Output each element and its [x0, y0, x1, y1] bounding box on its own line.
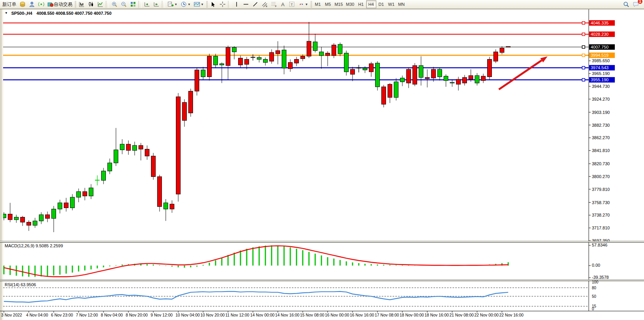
candle [201, 70, 205, 77]
toolbar-grip[interactable] [206, 1, 208, 7]
arrows-tool-button[interactable]: ▼ [297, 0, 310, 8]
rsi-pane[interactable]: RSI(14) 63.95061008050150 [3, 280, 598, 311]
zoom-in-button[interactable] [110, 0, 119, 8]
timeframe-h4[interactable]: H4 [366, 0, 376, 8]
price-badge-label: 4046.335 [591, 21, 609, 25]
new-order-button[interactable]: 新订单 [1, 0, 18, 8]
price-badge-label: 4007.750 [591, 45, 609, 49]
chart-canvas[interactable]: 3985.6503965.1903944.7303924.2703903.190… [0, 9, 644, 320]
zoom-out-icon [121, 1, 127, 7]
crosshair-tool-button[interactable] [218, 0, 227, 8]
price-tick-label: 3882.730 [592, 123, 610, 128]
search-button[interactable] [621, 0, 631, 8]
price-tick-label: 3779.810 [592, 187, 610, 192]
cursor-tool-button[interactable] [209, 0, 218, 8]
timeframe-m1[interactable]: M1 [313, 0, 323, 8]
period-button[interactable]: ▼ [179, 0, 192, 8]
line-marker[interactable] [582, 54, 585, 57]
candle [39, 215, 44, 221]
time-axis-label: 4 Nov 04:00 [26, 313, 48, 317]
rsi-axis-label: 50 [592, 294, 597, 299]
rsi-axis-label: 100 [592, 280, 598, 284]
time-axis-label: 17 Nov 08:00 [375, 313, 399, 317]
candle [400, 78, 405, 82]
signals-icon[interactable] [37, 0, 46, 8]
auto-trading-button[interactable]: 自动交易 [46, 0, 74, 8]
candle-chart-button[interactable] [86, 0, 96, 8]
timeframe-m5[interactable]: M5 [323, 0, 333, 8]
candle [475, 75, 479, 83]
chevron-down-icon[interactable]: ▼ [5, 11, 8, 15]
tile-windows-button[interactable] [128, 0, 138, 8]
trend-arrow[interactable] [499, 60, 542, 89]
candle [120, 144, 125, 150]
line-marker[interactable] [582, 66, 585, 69]
candle [270, 52, 274, 61]
chart-window[interactable]: ▼ SP500-,H4 4008.550 4008.550 4007.750 4… [0, 9, 644, 320]
candle [83, 192, 87, 196]
hline-tool-button[interactable] [241, 0, 251, 8]
auto-scroll-button[interactable] [152, 0, 161, 8]
vertical-line-icon [233, 1, 240, 7]
candle [506, 47, 511, 47]
toolbar-grip[interactable] [75, 1, 76, 7]
candle [114, 150, 118, 163]
price-tick-label: 3985.650 [592, 58, 610, 63]
fibonacci-tool-button[interactable]: F [269, 0, 279, 8]
bar-chart-icon [79, 1, 85, 7]
vline-tool-button[interactable] [232, 0, 241, 8]
time-axis-label: 16 Nov 00:00 [325, 313, 349, 317]
chevron-down-icon: ▼ [188, 3, 191, 6]
notifications-button[interactable]: 1 [631, 0, 641, 8]
template-button[interactable]: ▼ [192, 0, 205, 8]
price-tick-label: 3944.730 [592, 84, 610, 89]
candle [58, 203, 62, 209]
line-chart-button[interactable] [96, 0, 105, 8]
candle [500, 48, 504, 52]
symbol-period-label: SP500-,H4 [11, 11, 32, 16]
candle [419, 66, 423, 77]
candle [195, 70, 199, 91]
add-indicator-button[interactable]: ▼ [166, 0, 179, 8]
channel-tool-button[interactable]: E [260, 0, 269, 8]
line-marker[interactable] [582, 45, 585, 48]
chevron-down-icon: ▼ [305, 3, 308, 6]
rsi-axis-label: 0 [592, 307, 594, 311]
line-marker[interactable] [582, 22, 585, 24]
fibonacci-icon: F [271, 1, 277, 7]
price-tick-label: 3820.730 [592, 161, 610, 166]
chart-shift-button[interactable] [142, 0, 152, 8]
price-tick-label: 3758.730 [592, 200, 610, 205]
plot-area [2, 22, 589, 233]
timeframe-mn[interactable]: MN [397, 0, 407, 8]
accounts-icon[interactable] [27, 0, 37, 8]
candle [394, 82, 398, 97]
history-center-icon[interactable] [18, 0, 27, 8]
equidistant-channel-icon: E [261, 1, 268, 7]
chart-shift-icon [144, 1, 150, 7]
line-marker[interactable] [582, 79, 585, 81]
trendline-tool-button[interactable] [251, 0, 260, 8]
timeframe-m15[interactable]: M15 [333, 0, 344, 8]
candle [70, 197, 75, 208]
user-icon [29, 1, 35, 7]
line-marker[interactable] [582, 33, 585, 36]
timeframe-d1[interactable]: D1 [376, 0, 386, 8]
time-axis-label: 9 Nov 12:00 [151, 313, 173, 317]
macd-pane[interactable]: MACD(12,26,9) 9.5085 2.259957.83460.00-3… [4, 243, 609, 280]
chart-title: ▼ SP500-,H4 4008.550 4008.550 4007.750 4… [5, 11, 112, 16]
candle [376, 63, 380, 87]
timeframe-w1[interactable]: W1 [386, 0, 397, 8]
candle [344, 53, 349, 72]
text-tool-button[interactable]: A [279, 0, 287, 8]
indicator-plus-icon [167, 1, 174, 7]
text-label-tool-button[interactable]: T [287, 0, 297, 8]
bar-chart-button[interactable] [77, 0, 86, 8]
timeframe-m30[interactable]: M30 [344, 0, 356, 8]
clock-icon [181, 1, 187, 7]
toolbar-grip[interactable] [311, 1, 312, 7]
zoom-out-button[interactable] [119, 0, 128, 8]
timeframe-h1[interactable]: H1 [356, 0, 366, 8]
trendline-icon [252, 1, 258, 7]
macd-axis-label: 0.00 [592, 263, 600, 268]
